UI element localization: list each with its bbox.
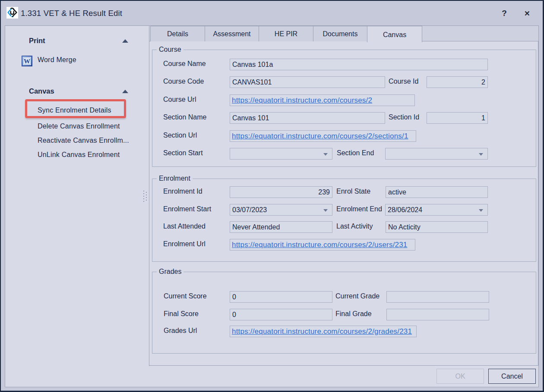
course-id-label: Course Id bbox=[389, 78, 418, 85]
titlebar: 1.331 VET & HE Result Edit ? ✕ bbox=[1, 1, 543, 25]
enrolment-id-label: Enrolment Id bbox=[163, 188, 202, 195]
enrolment-end-label: Enrolment End bbox=[336, 205, 382, 213]
section-url-box: https://equatorit.instructure.com/course… bbox=[230, 130, 416, 142]
last-activity-label: Last Activity bbox=[336, 223, 373, 230]
section-start-dropdown[interactable] bbox=[230, 148, 332, 160]
current-score-input[interactable]: 0 bbox=[230, 291, 332, 303]
sidebar-group-print[interactable]: Print bbox=[29, 37, 45, 45]
sidebar-group-canvas[interactable]: Canvas bbox=[29, 87, 54, 95]
course-name-label: Course Name bbox=[163, 60, 206, 68]
tab-strip: Details Assessment HE PIR Documents Canv… bbox=[149, 26, 538, 41]
cancel-button[interactable]: Cancel bbox=[488, 369, 536, 384]
ok-button[interactable]: OK bbox=[436, 369, 484, 384]
section-end-dropdown[interactable] bbox=[385, 148, 488, 160]
tab-documents[interactable]: Documents bbox=[313, 26, 367, 41]
course-name-input[interactable]: Canvas 101a bbox=[230, 59, 488, 70]
enrolment-end-dropdown[interactable]: 28/06/2024 bbox=[385, 204, 488, 216]
course-groupbox: Course Course Name Canvas 101a Course Co… bbox=[152, 50, 536, 167]
tab-he-pir[interactable]: HE PIR bbox=[259, 26, 313, 41]
dropdown-arrow-icon bbox=[479, 153, 483, 156]
current-score-label: Current Score bbox=[164, 292, 207, 300]
course-url-box: https://equatorit.instructure.com/course… bbox=[230, 94, 415, 106]
current-grade-label: Current Grade bbox=[335, 292, 380, 300]
final-score-input[interactable]: 0 bbox=[230, 309, 332, 320]
enrolment-url-label: Enrolment Url bbox=[163, 240, 206, 248]
enrolment-start-label: Enrolment Start bbox=[163, 205, 211, 213]
section-start-label: Section Start bbox=[163, 149, 203, 157]
section-url-link[interactable]: https://equatorit.instructure.com/course… bbox=[232, 132, 408, 141]
final-grade-input[interactable] bbox=[386, 309, 489, 320]
window-title: 1.331 VET & HE Result Edit bbox=[21, 9, 122, 18]
dropdown-arrow-icon bbox=[479, 209, 483, 212]
dialog-body: Print W Word Merge Canvas bbox=[5, 25, 539, 387]
grades-url-label: Grades Url bbox=[164, 327, 197, 335]
sidebar-item-sync-enrolment-details[interactable]: Sync Enrolment Details bbox=[38, 107, 111, 114]
course-url-label: Course Url bbox=[163, 96, 196, 103]
enrolment-groupbox: Enrolment Enrolment Id 239 Enrol State a… bbox=[152, 179, 536, 262]
enrol-state-label: Enrol State bbox=[336, 188, 370, 195]
section-end-label: Section End bbox=[337, 149, 374, 157]
svg-text:W: W bbox=[24, 58, 30, 65]
course-id-input[interactable]: 2 bbox=[427, 76, 488, 88]
sidebar-item-word-merge[interactable]: Word Merge bbox=[38, 56, 76, 64]
grades-groupbox-title: Grades bbox=[157, 268, 183, 276]
tab-canvas[interactable]: Canvas bbox=[367, 26, 422, 42]
grades-groupbox: Grades Current Score 0 Current Grade Fin… bbox=[152, 272, 536, 354]
last-attended-input[interactable]: Never Attended bbox=[230, 221, 332, 233]
course-code-label: Course Code bbox=[163, 78, 204, 85]
course-groupbox-title: Course bbox=[157, 46, 183, 53]
dropdown-arrow-icon bbox=[323, 153, 328, 156]
grades-url-link[interactable]: https://equatorit.instructure.com/course… bbox=[232, 327, 412, 336]
last-activity-input[interactable]: No Acticity bbox=[386, 221, 488, 233]
last-attended-label: Last Attended bbox=[163, 223, 206, 230]
tab-assessment[interactable]: Assessment bbox=[205, 26, 259, 41]
enrolment-id-input[interactable]: 239 bbox=[230, 186, 332, 198]
collapse-arrow-canvas-icon[interactable] bbox=[122, 90, 128, 93]
dropdown-arrow-icon bbox=[323, 209, 328, 212]
section-name-input[interactable]: Canvas 101 bbox=[230, 112, 385, 124]
tab-details[interactable]: Details bbox=[150, 26, 205, 41]
sidebar-item-reactivate-canvas-enrollment[interactable]: Reactivate Canvas Enrollm... bbox=[38, 137, 129, 144]
section-id-label: Section Id bbox=[389, 113, 419, 121]
help-button[interactable]: ? bbox=[498, 7, 511, 20]
word-merge-icon: W bbox=[22, 56, 32, 66]
course-url-link[interactable]: https://equatorit.instructure.com/course… bbox=[232, 96, 372, 105]
collapse-arrow-print-icon[interactable] bbox=[122, 39, 128, 43]
final-score-label: Final Score bbox=[164, 310, 199, 318]
enrolment-groupbox-title: Enrolment bbox=[157, 175, 193, 182]
sidebar-item-unlink-canvas-enrolment[interactable]: UnLink Canvas Enrolment bbox=[38, 151, 120, 159]
section-id-input[interactable]: 1 bbox=[427, 112, 488, 124]
final-grade-label: Final Grade bbox=[335, 310, 372, 318]
section-name-label: Section Name bbox=[163, 113, 207, 121]
grades-url-box: https://equatorit.instructure.com/course… bbox=[230, 326, 417, 337]
enrolment-url-link[interactable]: https://equatorit.instructure.com/course… bbox=[232, 241, 408, 249]
dialog-window: 1.331 VET & HE Result Edit ? ✕ Print bbox=[0, 0, 544, 392]
splitter-grip[interactable] bbox=[143, 191, 148, 204]
enrol-state-input[interactable]: active bbox=[386, 186, 488, 198]
section-url-label: Section Url bbox=[163, 132, 197, 139]
close-button[interactable]: ✕ bbox=[521, 7, 534, 20]
sidebar-item-delete-canvas-enrollment[interactable]: Delete Canvas Enrollment bbox=[38, 122, 120, 130]
course-code-input[interactable]: CANVAS101 bbox=[230, 76, 385, 88]
enrolment-url-box: https://equatorit.instructure.com/course… bbox=[230, 239, 415, 251]
enrolment-start-dropdown[interactable]: 03/07/2023 bbox=[230, 204, 332, 216]
current-grade-input[interactable] bbox=[386, 291, 489, 303]
app-logo-icon bbox=[6, 7, 18, 19]
